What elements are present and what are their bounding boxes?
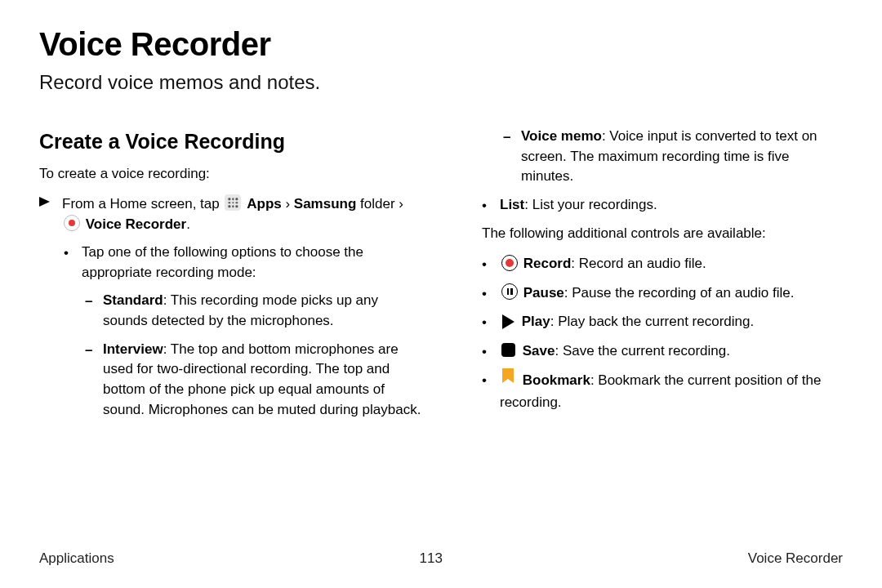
- separator-icon: ›: [282, 196, 294, 212]
- control-desc: : Record an audio file.: [571, 256, 706, 271]
- modes-intro: Tap one of the following options to choo…: [82, 243, 425, 283]
- play-icon: [502, 314, 514, 329]
- save-icon: [501, 343, 515, 357]
- mode-name: Interview: [103, 341, 163, 357]
- control-desc: : Play back the current recording.: [550, 314, 754, 329]
- voice-recorder-label: Voice Recorder: [86, 216, 186, 232]
- apps-label: Apps: [247, 196, 282, 212]
- bullet-icon: •: [482, 195, 500, 216]
- page-subtitle: Record voice memos and notes.: [39, 71, 843, 94]
- bullet-icon: •: [64, 243, 82, 283]
- record-icon: [501, 255, 518, 271]
- control-name: Bookmark: [523, 372, 590, 388]
- bullet-icon: •: [482, 283, 500, 305]
- left-column: Create a Voice Recording To create a voi…: [39, 127, 425, 428]
- dash-bullet-icon: –: [85, 291, 103, 331]
- control-bookmark: • Bookmark: Bookmark the current positio…: [482, 370, 843, 412]
- separator-icon: ›: [395, 196, 403, 212]
- control-save: • Save: Save the current recording.: [482, 341, 843, 363]
- modes-intro-item: • Tap one of the following options to ch…: [64, 243, 425, 283]
- page-footer: Applications 113 Voice Recorder: [39, 550, 843, 567]
- apps-icon: [225, 194, 241, 211]
- dash-bullet-icon: –: [85, 340, 103, 421]
- list-name: List: [500, 197, 524, 212]
- control-record: • Record: Record an audio file.: [482, 254, 843, 275]
- controls-intro: The following additional controls are av…: [482, 224, 843, 244]
- footer-left: Applications: [39, 550, 114, 567]
- bookmark-icon: [501, 368, 515, 391]
- triangle-bullet-icon: [39, 194, 62, 234]
- bullet-icon: •: [482, 341, 500, 363]
- right-column: – Voice memo: Voice input is converted t…: [457, 127, 843, 428]
- control-play: • Play: Play back the current recording.: [482, 312, 843, 333]
- control-name: Record: [523, 256, 572, 271]
- bullet-icon: •: [482, 312, 500, 333]
- mode-name: Standard: [103, 292, 163, 308]
- svg-marker-0: [39, 197, 50, 207]
- control-name: Save: [523, 343, 555, 359]
- control-desc: : Save the current recording.: [555, 343, 730, 359]
- control-name: Play: [522, 314, 550, 329]
- samsung-label: Samsung: [294, 196, 357, 212]
- page-title: Voice Recorder: [39, 26, 843, 63]
- control-desc: : Pause the recording of an audio file.: [564, 285, 795, 301]
- bullet-icon: •: [482, 370, 500, 412]
- footer-page-number: 113: [420, 550, 443, 567]
- section-intro: To create a voice recording:: [39, 164, 425, 185]
- section-heading: Create a Voice Recording: [39, 127, 425, 156]
- nav-prefix: From a Home screen, tap: [62, 196, 220, 212]
- list-desc: : List your recordings.: [524, 197, 657, 212]
- folder-text: folder: [356, 196, 394, 212]
- content-columns: Create a Voice Recording To create a voi…: [39, 127, 843, 428]
- mode-voicememo: – Voice memo: Voice input is converted t…: [503, 127, 843, 187]
- mode-standard: – Standard: This recording mode picks up…: [85, 291, 425, 331]
- mode-interview: – Interview: The top and bottom micropho…: [85, 340, 425, 421]
- footer-right: Voice Recorder: [748, 550, 843, 567]
- nav-step: From a Home screen, tap Apps › Samsung f…: [39, 194, 425, 234]
- bullet-icon: •: [482, 254, 500, 275]
- dash-bullet-icon: –: [503, 127, 521, 187]
- list-item: • List: List your recordings.: [482, 195, 843, 216]
- mode-name: Voice memo: [521, 128, 602, 144]
- pause-icon: [501, 283, 518, 300]
- control-name: Pause: [523, 285, 564, 301]
- control-pause: • Pause: Pause the recording of an audio…: [482, 283, 843, 305]
- voice-recorder-icon: [64, 215, 80, 231]
